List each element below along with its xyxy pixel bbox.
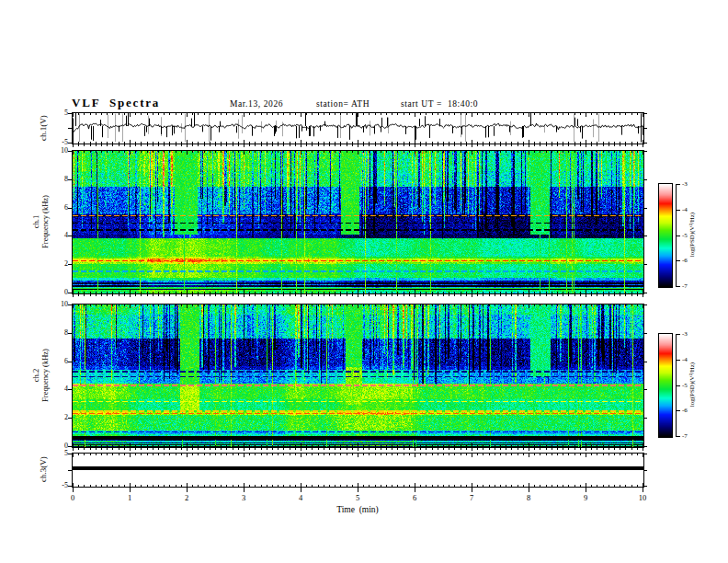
colorbar-tick-label: -7 bbox=[682, 432, 688, 440]
header-date: Mar.13, 2026 bbox=[230, 99, 283, 109]
colorbar-2-unit-label: log(PSD)(V²/Hz) bbox=[688, 362, 696, 407]
y-tick-label: 8 bbox=[42, 175, 68, 183]
panel-ch2-spectrogram bbox=[72, 304, 644, 448]
y-tick-label: 4 bbox=[42, 385, 68, 393]
x-tick-label: 6 bbox=[404, 493, 426, 502]
header-station: station= ATH bbox=[316, 99, 370, 109]
vlf-spectra-figure: { "header": { "title": "VLF Spectra", "d… bbox=[0, 0, 728, 563]
y-tick-label: -5 bbox=[42, 138, 68, 146]
y-tick-label: 6 bbox=[42, 357, 68, 365]
y-tick-label: 10 bbox=[42, 300, 68, 308]
panel-ch3-voltage bbox=[72, 453, 644, 488]
y-tick-label: -5 bbox=[42, 481, 68, 489]
colorbar-tick-label: -6 bbox=[682, 407, 688, 414]
panel-ch1-spectrogram bbox=[72, 150, 644, 294]
colorbar-2 bbox=[658, 333, 673, 438]
colorbar-1-unit-label: log(PSD)(V²/Hz) bbox=[688, 213, 696, 257]
colorbar-tick-label: -4 bbox=[682, 206, 688, 213]
x-tick-label: 8 bbox=[518, 493, 540, 502]
figure-title: VLF Spectra bbox=[72, 96, 160, 110]
x-tick-label: 0 bbox=[62, 493, 84, 502]
time-axis-label: Time (min) bbox=[312, 505, 404, 514]
x-tick-label: 10 bbox=[631, 493, 654, 502]
ch1-voltage-plot bbox=[73, 113, 643, 144]
x-tick-label: 3 bbox=[233, 493, 255, 502]
y-tick-label: 8 bbox=[42, 328, 68, 337]
x-tick-label: 1 bbox=[119, 493, 141, 502]
header-start-ut: start UT = 18:40:0 bbox=[401, 99, 478, 109]
colorbar-2-gradient bbox=[659, 334, 672, 437]
y-tick-label: 2 bbox=[42, 413, 68, 421]
colorbar-tick-label: -3 bbox=[682, 330, 688, 338]
y-tick-label: 5 bbox=[42, 109, 68, 117]
x-tick-label: 4 bbox=[290, 493, 312, 502]
ch2-spectrogram-plot bbox=[73, 304, 643, 447]
colorbar-tick-label: -6 bbox=[682, 257, 688, 264]
panel-ch1-voltage bbox=[72, 112, 644, 144]
colorbar-tick-label: -5 bbox=[682, 382, 688, 389]
colorbar-1-gradient bbox=[659, 184, 672, 287]
y-tick-label: 6 bbox=[42, 203, 68, 212]
y-tick-label: 5 bbox=[42, 449, 68, 457]
ch1-spectrogram-plot bbox=[73, 151, 643, 293]
y-tick-label: 0 bbox=[42, 288, 68, 296]
y-tick-label: 10 bbox=[42, 146, 68, 155]
y-tick-label: 2 bbox=[42, 259, 68, 268]
y-tick-label: 4 bbox=[42, 231, 68, 239]
ch3-voltage-axis-label: ch.3(V) bbox=[39, 456, 48, 482]
x-tick-label: 5 bbox=[347, 493, 369, 502]
colorbar-1 bbox=[658, 183, 673, 288]
ch1-voltage-axis-label: ch.1(V) bbox=[39, 115, 48, 141]
colorbar-tick-label: -7 bbox=[682, 282, 688, 290]
x-tick-label: 7 bbox=[461, 493, 483, 502]
x-tick-label: 9 bbox=[574, 493, 597, 502]
ch3-voltage-plot bbox=[73, 454, 643, 487]
colorbar-tick-label: -4 bbox=[682, 356, 688, 363]
colorbar-tick-label: -3 bbox=[682, 180, 688, 188]
x-tick-label: 2 bbox=[176, 493, 198, 502]
colorbar-tick-label: -5 bbox=[682, 232, 688, 239]
